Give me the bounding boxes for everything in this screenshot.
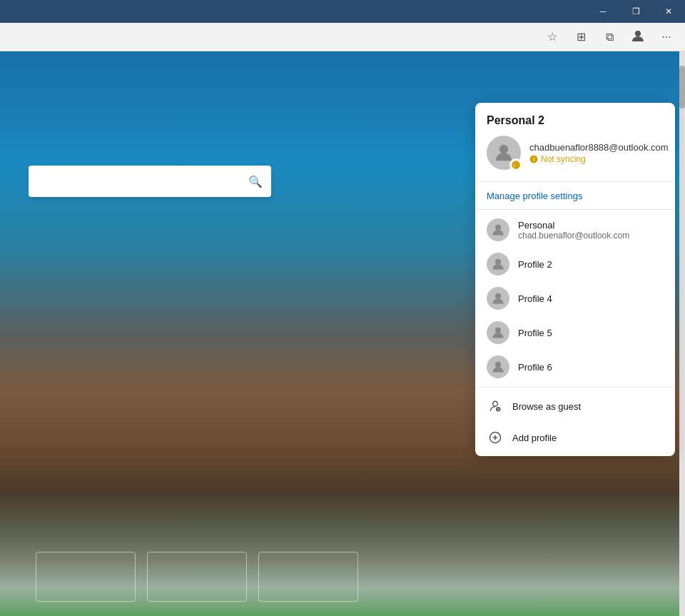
user-icon (631, 29, 645, 46)
svg-point-8 (495, 293, 501, 299)
avatar (487, 218, 509, 241)
star-icon: ☆ (547, 30, 557, 44)
sync-badge: ! (509, 158, 522, 171)
list-item[interactable]: Profile 5 (475, 315, 675, 350)
svg-point-11 (493, 401, 498, 406)
user-icon (491, 360, 505, 374)
list-item[interactable]: Profile 2 (475, 247, 675, 281)
minimize-button[interactable]: ─ (587, 0, 619, 23)
profile-list: Personal chad.buenaflor@outlook.com Prof… (475, 210, 675, 388)
tile-2[interactable] (147, 552, 247, 602)
profile-name: Profile 6 (518, 362, 552, 373)
browse-as-guest-label: Browse as guest (512, 401, 581, 412)
search-input[interactable] (37, 176, 248, 187)
svg-point-7 (495, 259, 501, 265)
sync-status: ! Not syncing (529, 154, 669, 164)
scrollbar[interactable] (679, 51, 685, 616)
profile-name: Personal (518, 220, 629, 231)
collections-button[interactable]: ⊞ (568, 24, 594, 50)
add-icon (487, 429, 504, 446)
profile-name: Profile 5 (518, 328, 552, 338)
profile-dropdown: Personal 2 ! chadbuenaflor8888@ (475, 103, 675, 456)
more-button[interactable]: ··· (654, 24, 679, 50)
profile-info: Profile 2 (518, 259, 552, 270)
profile-info: Profile 5 (518, 328, 552, 338)
current-profile-info: ! chadbuenaflor8888@outlook.com ! Not sy… (487, 136, 664, 170)
list-item[interactable]: Profile 6 (475, 350, 675, 384)
svg-point-10 (495, 362, 501, 368)
action-list: Browse as guest Add profile (475, 388, 675, 456)
browser-chrome: ☆ ⊞ ⧉ ··· (0, 23, 685, 51)
profile-button[interactable] (625, 24, 651, 50)
user-icon (491, 257, 505, 271)
avatar (487, 287, 509, 310)
scrollbar-thumb[interactable] (679, 66, 685, 108)
restore-button[interactable]: ❐ (619, 0, 652, 23)
add-profile-item[interactable]: Add profile (475, 422, 675, 453)
tab-groups-icon: ⧉ (606, 31, 614, 44)
profile-info: Profile 4 (518, 293, 552, 304)
profile-email: chad.buenaflor@outlook.com (518, 231, 629, 241)
svg-point-9 (495, 328, 501, 333)
current-avatar: ! (487, 136, 521, 170)
svg-text:!: ! (514, 163, 515, 169)
main-content: 🔍 Personal 2 ! (0, 51, 685, 616)
search-icon: 🔍 (248, 176, 263, 188)
current-profile-title: Personal 2 (487, 114, 664, 127)
list-item[interactable]: Personal chad.buenaflor@outlook.com (475, 213, 675, 247)
favorites-button[interactable]: ☆ (539, 24, 565, 50)
user-icon (491, 291, 505, 306)
bottom-tiles (36, 552, 358, 602)
list-item[interactable]: Profile 4 (475, 281, 675, 315)
svg-point-6 (495, 225, 501, 231)
current-profile-section: Personal 2 ! chadbuenaflor8888@ (475, 103, 675, 182)
manage-profile-settings-link[interactable]: Manage profile settings (487, 191, 582, 201)
current-profile-details: chadbuenaflor8888@outlook.com ! Not sync… (529, 142, 669, 164)
tile-1[interactable] (36, 552, 136, 602)
manage-link-section: Manage profile settings (475, 182, 675, 210)
titlebar: ─ ❐ ✕ (0, 0, 685, 23)
avatar (487, 355, 509, 378)
browse-as-guest-item[interactable]: Browse as guest (475, 390, 675, 422)
search-bar: 🔍 (29, 166, 271, 197)
profile-info: Personal chad.buenaflor@outlook.com (518, 220, 629, 241)
ellipsis-icon: ··· (661, 31, 671, 44)
close-button[interactable]: ✕ (652, 0, 685, 23)
svg-point-1 (499, 145, 509, 154)
profile-name: Profile 4 (518, 293, 552, 304)
svg-text:!: ! (533, 157, 534, 162)
avatar (487, 321, 509, 344)
collections-icon: ⊞ (577, 30, 586, 44)
user-icon (491, 223, 505, 237)
sync-icon: ! (511, 154, 521, 176)
tile-3[interactable] (258, 552, 358, 602)
add-profile-label: Add profile (512, 433, 557, 443)
avatar (487, 253, 509, 276)
warning-icon: ! (529, 155, 538, 163)
profile-name: Profile 2 (518, 259, 552, 270)
profile-info: Profile 6 (518, 362, 552, 373)
tab-groups-button[interactable]: ⧉ (597, 24, 622, 50)
user-icon (491, 325, 505, 340)
search-button[interactable]: 🔍 (248, 175, 263, 188)
current-email: chadbuenaflor8888@outlook.com (529, 142, 669, 153)
svg-point-0 (635, 31, 641, 36)
guest-icon (487, 398, 504, 415)
